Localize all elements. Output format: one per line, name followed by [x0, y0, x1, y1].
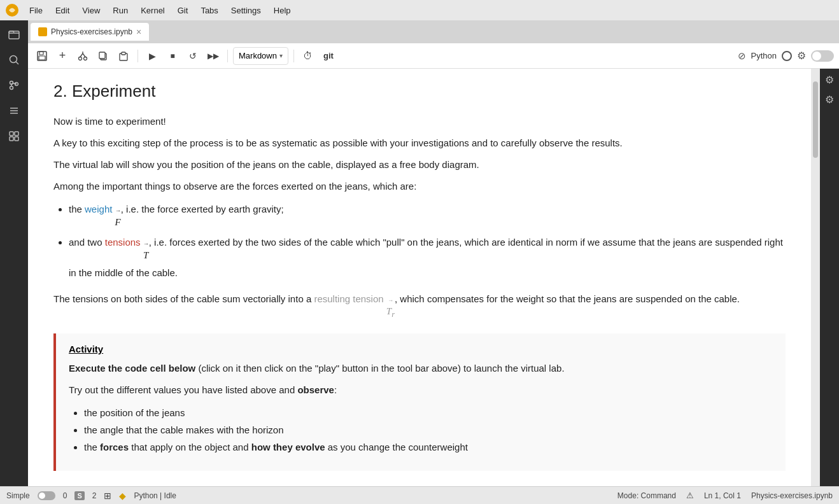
- menu-view[interactable]: View: [77, 4, 105, 17]
- git-diamond-icon[interactable]: ◆: [119, 491, 126, 501]
- svg-line-21: [83, 53, 85, 57]
- tab-bar: Physics-exercises.ipynb ×: [28, 20, 839, 43]
- tension-vector-var: →T: [143, 241, 149, 264]
- bullet3-bold-evolve: how they evolve: [251, 442, 325, 452]
- sidebar-search-icon[interactable]: [5, 51, 23, 69]
- menu-git[interactable]: Git: [173, 4, 194, 17]
- bullet-tension-prefix: and two: [69, 237, 105, 248]
- app-logo: [5, 3, 19, 17]
- activity-suffix-1: (click on it then click on the "play" bu…: [195, 363, 564, 374]
- bullet3-mid: that apply on the object and: [129, 442, 251, 452]
- menu-tabs[interactable]: Tabs: [195, 4, 223, 17]
- toolbar-right: ⊘ Python ⚙: [738, 50, 834, 62]
- right-settings-icon[interactable]: ⚙: [825, 74, 834, 86]
- bullet-weight-suffix: , i.e. the force exerted by earth gravit…: [121, 204, 284, 214]
- status-bar: Simple 0 S 2 ⊞ ◆ Python | Idle Mode: Com…: [0, 486, 839, 504]
- svg-rect-17: [39, 56, 45, 60]
- cell-type-dropdown[interactable]: Markdown ▾: [233, 47, 288, 65]
- scrollbar-rail[interactable]: [811, 69, 820, 486]
- clock-button[interactable]: ⏱: [299, 47, 317, 65]
- activity-list: the position of the jeans the angle that…: [84, 404, 773, 456]
- save-button[interactable]: [33, 47, 51, 65]
- para-3: The virtual lab will show you the positi…: [53, 157, 786, 172]
- toolbar-separator-1: [137, 50, 138, 62]
- dropdown-arrow-icon: ▾: [279, 52, 283, 59]
- para-4: Among the important things to observe ar…: [53, 179, 786, 194]
- bullet-weight-prefix: the: [69, 204, 85, 214]
- resulting-tension-text: resulting tension: [314, 293, 383, 304]
- svg-line-20: [80, 53, 83, 57]
- svg-rect-24: [99, 52, 105, 59]
- list-item-weight: the weight →F, i.e. the force exerted by…: [69, 200, 786, 231]
- para-2: A key to this exciting step of the proce…: [53, 136, 786, 151]
- activity-bold-2: observe: [297, 384, 334, 395]
- status-right: Mode: Command ⚠ Ln 1, Col 1 Physics-exer…: [617, 491, 833, 500]
- toolbar-separator-2: [227, 50, 228, 62]
- weight-vector-var: →F: [115, 208, 121, 231]
- sidebar-list-icon[interactable]: [5, 102, 23, 120]
- notebook-tab-title: Physics-exercises.ipynb: [51, 27, 132, 36]
- para-5: The tensions on both sides of the cable …: [53, 291, 786, 321]
- scrollbar-thumb[interactable]: [813, 81, 818, 158]
- svg-rect-11: [10, 132, 13, 136]
- simple-label: Simple: [6, 491, 30, 500]
- svg-point-18: [79, 57, 82, 60]
- menu-kernel[interactable]: Kernel: [136, 4, 170, 17]
- copy-button[interactable]: [94, 47, 112, 65]
- menu-settings[interactable]: Settings: [226, 4, 266, 17]
- grid-icon[interactable]: ⊞: [104, 491, 111, 501]
- sidebar-git-icon[interactable]: [5, 76, 23, 94]
- status-zero: 0: [63, 491, 67, 500]
- svg-line-3: [16, 62, 18, 64]
- bullet3-suffix: as you change the counterweight: [325, 442, 468, 452]
- toolbar-separator-3: [293, 50, 294, 62]
- svg-point-5: [10, 87, 13, 90]
- add-cell-button[interactable]: +: [53, 47, 71, 65]
- para5-suffix: , which compensates for the weight so th…: [395, 293, 740, 304]
- restart-button[interactable]: ↺: [184, 47, 202, 65]
- menu-edit[interactable]: Edit: [50, 4, 74, 17]
- para5-prefix: The tensions on both sides of the cable …: [53, 293, 314, 304]
- bullet3-plain: the: [84, 442, 100, 452]
- git-button[interactable]: git: [320, 50, 337, 62]
- activity-line1: Execute the code cell below (click on it…: [69, 361, 773, 376]
- activity-box: Activity Execute the code cell below (cl…: [53, 333, 786, 471]
- toolbar: +: [28, 43, 839, 69]
- notebook-tab-icon: [38, 27, 47, 36]
- run-button[interactable]: ▶: [143, 47, 161, 65]
- activity-suffix-2: :: [334, 384, 337, 395]
- settings-gear-icon[interactable]: ⚙: [797, 50, 806, 62]
- activity-list-item-2: the angle that the cable makes with the …: [84, 421, 773, 438]
- paste-button[interactable]: [115, 47, 132, 65]
- toggle-switch[interactable]: [811, 50, 834, 62]
- ln-col-label: Ln 1, Col 1: [704, 491, 741, 500]
- python-idle-status: Python | Idle: [134, 491, 176, 500]
- weight-link[interactable]: weight: [85, 204, 112, 214]
- cut-button[interactable]: [74, 47, 92, 65]
- simple-toggle[interactable]: [38, 491, 55, 500]
- svg-rect-26: [122, 52, 125, 55]
- toggle-knob: [812, 52, 821, 60]
- tab-close-button[interactable]: ×: [136, 27, 141, 36]
- activity-list-item-1: the position of the jeans: [84, 404, 773, 421]
- simple-toggle-knob: [39, 493, 45, 499]
- menu-file[interactable]: File: [24, 4, 48, 17]
- kernel-circle-icon: [782, 51, 792, 61]
- notebook-tab[interactable]: Physics-exercises.ipynb ×: [31, 23, 149, 41]
- svg-point-2: [10, 56, 17, 63]
- tension-link[interactable]: tensions: [105, 237, 141, 248]
- activity-title: Activity: [69, 344, 773, 354]
- sidebar-puzzle-icon[interactable]: [5, 127, 23, 145]
- status-left: Simple 0 S 2 ⊞ ◆ Python | Idle: [6, 491, 176, 501]
- s-badge: S: [74, 491, 84, 500]
- right-gear-icon[interactable]: ⚙: [825, 94, 834, 106]
- menu-run[interactable]: Run: [108, 4, 133, 17]
- rt-vector-var: →Tr: [386, 298, 395, 321]
- sidebar-folder-icon[interactable]: [5, 25, 23, 43]
- stop-button[interactable]: ■: [164, 47, 181, 65]
- menu-help[interactable]: Help: [269, 4, 296, 17]
- warning-icon: ⚠: [686, 491, 694, 500]
- fastforward-button[interactable]: ▶▶: [204, 47, 222, 65]
- right-panel: ⚙ ⚙: [820, 69, 839, 486]
- status-two: 2: [92, 491, 97, 500]
